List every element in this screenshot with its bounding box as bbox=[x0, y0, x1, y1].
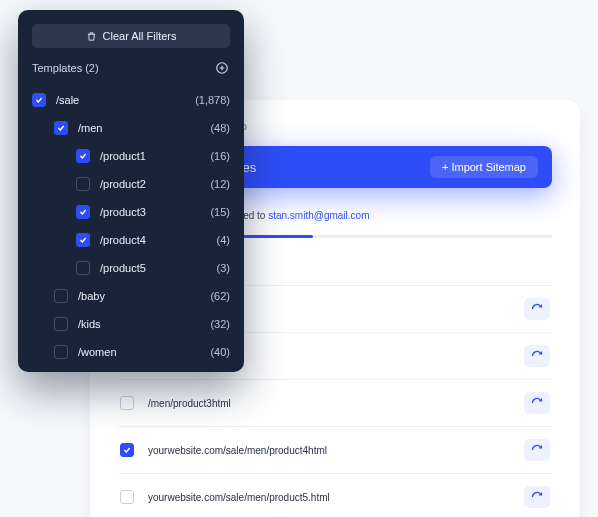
tree-item[interactable]: /product5(3) bbox=[32, 254, 230, 282]
tree-checkbox[interactable] bbox=[54, 317, 68, 331]
row-url: yourwebsite.com/sale/men/product5.html bbox=[148, 492, 524, 503]
add-template-button[interactable] bbox=[214, 60, 230, 76]
clear-filters-label: Clear All Filters bbox=[103, 30, 177, 42]
tree-checkbox[interactable] bbox=[32, 93, 46, 107]
tree-item[interactable]: /baby(62) bbox=[32, 282, 230, 310]
url-row: /men/product3html bbox=[118, 379, 552, 426]
reload-icon bbox=[531, 444, 543, 456]
filter-sidebar: Clear All Filters Templates (2) /sale(1,… bbox=[18, 10, 244, 372]
tree-checkbox[interactable] bbox=[76, 149, 90, 163]
tree-item[interactable]: /product2(12) bbox=[32, 170, 230, 198]
templates-label: Templates (2) bbox=[32, 62, 99, 74]
tree-item-count: (3) bbox=[217, 262, 230, 274]
row-url: /men/product3html bbox=[148, 398, 524, 409]
tree-item-count: (16) bbox=[210, 150, 230, 162]
tree-item-label: /product5 bbox=[100, 262, 217, 274]
tree-item-label: /product2 bbox=[100, 178, 210, 190]
reload-icon bbox=[531, 303, 543, 315]
import-sitemap-button[interactable]: Import Sitemap bbox=[430, 156, 538, 178]
tree-item-label: /women bbox=[78, 346, 210, 358]
tree-item[interactable]: /sale(1,878) bbox=[32, 86, 230, 114]
plus-circle-icon bbox=[215, 61, 229, 75]
reload-button[interactable] bbox=[524, 298, 550, 320]
tree-checkbox[interactable] bbox=[54, 289, 68, 303]
reload-icon bbox=[531, 397, 543, 409]
tree-item-count: (32) bbox=[210, 318, 230, 330]
tree-item-count: (1,878) bbox=[195, 94, 230, 106]
reload-icon bbox=[531, 491, 543, 503]
tree-checkbox[interactable] bbox=[76, 261, 90, 275]
reload-button[interactable] bbox=[524, 486, 550, 508]
row-checkbox[interactable] bbox=[120, 396, 134, 410]
tree-checkbox[interactable] bbox=[54, 345, 68, 359]
reload-icon bbox=[531, 350, 543, 362]
notice-email-link[interactable]: stan.smith@gmail.com bbox=[268, 210, 369, 221]
row-checkbox[interactable] bbox=[120, 443, 134, 457]
tree-item-count: (15) bbox=[210, 206, 230, 218]
tree-item-count: (40) bbox=[210, 346, 230, 358]
url-row: yourwebsite.com/sale/men/product5.html bbox=[118, 473, 552, 517]
row-url: yourwebsite.com/sale/men/product4html bbox=[148, 445, 524, 456]
tree-checkbox[interactable] bbox=[54, 121, 68, 135]
tree-checkbox[interactable] bbox=[76, 177, 90, 191]
trash-icon bbox=[86, 31, 97, 42]
templates-section-header: Templates (2) bbox=[32, 60, 230, 76]
tree-item[interactable]: /product4(4) bbox=[32, 226, 230, 254]
tree-item-label: /sale bbox=[56, 94, 195, 106]
url-row: yourwebsite.com/sale/men/product4html bbox=[118, 426, 552, 473]
tree-item-count: (12) bbox=[210, 178, 230, 190]
tree-item-count: (62) bbox=[210, 290, 230, 302]
tree-item[interactable]: /men(48) bbox=[32, 114, 230, 142]
reload-button[interactable] bbox=[524, 439, 550, 461]
tree-item-label: /men bbox=[78, 122, 210, 134]
row-checkbox[interactable] bbox=[120, 490, 134, 504]
tree-item-label: /product4 bbox=[100, 234, 217, 246]
tree-checkbox[interactable] bbox=[76, 233, 90, 247]
tree-checkbox[interactable] bbox=[76, 205, 90, 219]
clear-filters-button[interactable]: Clear All Filters bbox=[32, 24, 230, 48]
tree-item[interactable]: /women(40) bbox=[32, 338, 230, 366]
tree-item-count: (48) bbox=[210, 122, 230, 134]
tree-item[interactable]: /kids(32) bbox=[32, 310, 230, 338]
tree-item-label: /product1 bbox=[100, 150, 210, 162]
tree-item-label: /kids bbox=[78, 318, 210, 330]
tree-item[interactable]: /product3(15) bbox=[32, 198, 230, 226]
tree-item-count: (4) bbox=[217, 234, 230, 246]
tree-item-label: /baby bbox=[78, 290, 210, 302]
reload-button[interactable] bbox=[524, 392, 550, 414]
tree-item-label: /product3 bbox=[100, 206, 210, 218]
reload-button[interactable] bbox=[524, 345, 550, 367]
tree-item[interactable]: /product1(16) bbox=[32, 142, 230, 170]
